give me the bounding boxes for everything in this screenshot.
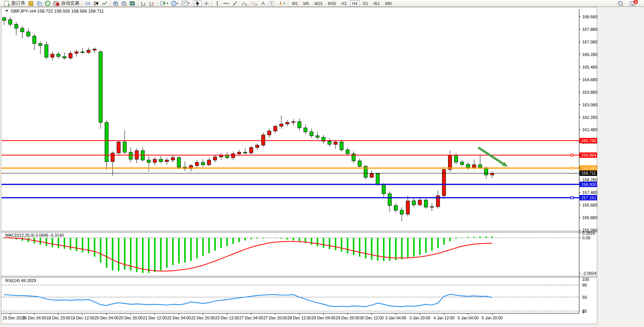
svg-text:F: F xyxy=(255,3,257,6)
timeframe-h4[interactable]: H4 xyxy=(350,0,360,6)
cursor-button[interactable] xyxy=(194,0,202,6)
time-tick-label: 29 Dec 20:00 xyxy=(336,316,360,320)
horizontal-line-button[interactable] xyxy=(222,0,230,6)
timeframe-m30[interactable]: M30 xyxy=(326,0,338,6)
windows-button[interactable] xyxy=(35,0,43,6)
price-badge-label: 159.864 xyxy=(581,153,596,157)
text-label-button[interactable]: T xyxy=(268,0,276,6)
crosshair-button[interactable] xyxy=(202,0,210,6)
time-tick-label: 20 Dec 04:00 xyxy=(95,316,119,320)
timeframe-m5[interactable]: M5 xyxy=(301,0,311,6)
candlestick-button[interactable] xyxy=(92,0,100,6)
subwindow-group xyxy=(138,0,157,7)
timeframe-d1[interactable]: D1 xyxy=(361,0,371,6)
hline-handle[interactable] xyxy=(571,167,573,169)
autotrading-button[interactable] xyxy=(52,0,60,6)
cursor-icon xyxy=(196,1,200,6)
chart-window xyxy=(1,7,597,324)
template-icon xyxy=(181,1,188,6)
zoom-out-icon xyxy=(122,1,126,6)
notifications-button[interactable]: 1 xyxy=(629,0,637,6)
time-tick-label: 28 Dec 12:00 xyxy=(287,316,312,320)
time-tick-label: 3 Jan 20:00 xyxy=(410,316,430,320)
time-tick-label: 27 Dec 20:00 xyxy=(263,316,287,320)
tile-windows-button[interactable] xyxy=(128,0,136,6)
add-indicator-button[interactable]: ▾ xyxy=(159,0,169,6)
autotrading-label[interactable]: 自动交易 xyxy=(61,0,79,6)
indicator-window-a-icon xyxy=(141,1,146,6)
rsi-label: RSI(14) 49.1829 xyxy=(5,278,36,283)
signal-icon xyxy=(45,1,50,6)
hline-handle[interactable] xyxy=(571,197,573,199)
timeframe-w1[interactable]: W1 xyxy=(371,0,382,6)
price-tick-label: 157.480 xyxy=(582,190,597,195)
rsi-axis-label: 0 xyxy=(582,309,585,314)
new-order-button[interactable]: + xyxy=(3,0,10,6)
indicator-window-a-button[interactable] xyxy=(140,0,147,6)
equidistant-channel-icon: E xyxy=(241,1,247,6)
price-tick-label: 164.680 xyxy=(582,77,597,82)
rsi-axis-label: 80 xyxy=(582,283,587,287)
candle xyxy=(99,50,102,129)
time-tick-label: 23 Dec 12:00 xyxy=(215,316,239,320)
tile-windows-icon xyxy=(130,1,135,6)
crosshair-icon xyxy=(204,1,209,6)
macd-label: MACD(12,26,9) 0.0845 -0.3140 xyxy=(5,233,64,237)
period-clock-button[interactable]: ▾ xyxy=(170,0,180,6)
timeframe-h1[interactable]: H1 xyxy=(339,0,349,6)
fibonacci-icon: F xyxy=(251,1,257,6)
arrows-tool-caret: ▾ xyxy=(284,2,285,5)
macd-axis-label: 0.00 xyxy=(582,236,590,240)
hline-handle[interactable] xyxy=(571,154,573,156)
text-label-icon: T xyxy=(269,1,275,6)
time-tick-label: 27 Dec 04:00 xyxy=(239,316,263,320)
macd-axis-label: 0.2816 xyxy=(582,231,595,236)
price-tick-label: 168.680 xyxy=(582,14,597,19)
time-tick-label: 16 Dec 04:00 xyxy=(22,316,47,320)
line-chart-button[interactable] xyxy=(101,0,108,6)
rsi-axis-label: 100 xyxy=(582,277,589,282)
candle xyxy=(117,141,120,155)
add-indicator-icon xyxy=(160,1,166,6)
timeframe-m15[interactable]: M15 xyxy=(312,0,325,6)
text-button[interactable]: A xyxy=(259,0,267,6)
price-badge-label: 158.000 xyxy=(581,182,596,187)
time-tick-label: 19 Dec 12:00 xyxy=(71,316,95,320)
price-badge-label: 159.040 xyxy=(581,166,596,170)
price-tick-label: 166.280 xyxy=(582,52,597,57)
time-tick-label: 22 Dec 04:00 xyxy=(167,316,191,320)
zoom-out-button[interactable] xyxy=(120,0,128,6)
price-tick-label: 167.080 xyxy=(582,40,597,44)
autotrading-icon xyxy=(53,1,59,6)
arrows-tool-button[interactable]: ▾ xyxy=(277,0,286,6)
indicator-window-b-button[interactable] xyxy=(148,0,156,6)
svg-text:T: T xyxy=(271,2,273,6)
template-caret: ▾ xyxy=(188,2,190,5)
text-icon: A xyxy=(262,0,265,6)
price-tick-label: 163.880 xyxy=(582,90,597,95)
equidistant-channel-button[interactable]: E xyxy=(239,0,249,6)
search-button[interactable] xyxy=(617,0,624,6)
price-tick-label: 158.280 xyxy=(582,178,597,182)
clock-icon xyxy=(171,1,177,6)
vertical-line-button[interactable] xyxy=(214,0,221,6)
new-order-label[interactable]: 新订单 xyxy=(11,0,25,6)
line-chart-icon xyxy=(102,1,107,6)
template-button[interactable]: ▾ xyxy=(180,0,191,6)
add-indicator-caret: ▾ xyxy=(167,2,168,5)
indicator-window-b-icon xyxy=(149,1,154,6)
deposit-button[interactable] xyxy=(27,0,35,6)
signal-button[interactable] xyxy=(44,0,51,6)
bar-chart-button[interactable] xyxy=(84,0,92,6)
timeframe-m1[interactable]: M1 xyxy=(290,0,300,6)
zoom-in-button[interactable] xyxy=(112,0,119,6)
timeframe-mn[interactable]: MN xyxy=(383,0,394,6)
svg-text:E: E xyxy=(245,3,247,6)
fibonacci-button[interactable]: F xyxy=(249,0,259,6)
current-price-label: 158.711 xyxy=(581,171,596,175)
order-group: + 新订单 自动交易 xyxy=(1,0,82,7)
chart-stage: 168.680167.880167.080166.280165.480164.6… xyxy=(0,0,644,327)
time-tick-label: 21 Dec 12:00 xyxy=(143,316,167,320)
trendline-button[interactable] xyxy=(231,0,239,6)
chart-title-group: GBPJPY-,H4 158.722 158.926 158.566 158.7… xyxy=(5,9,104,13)
